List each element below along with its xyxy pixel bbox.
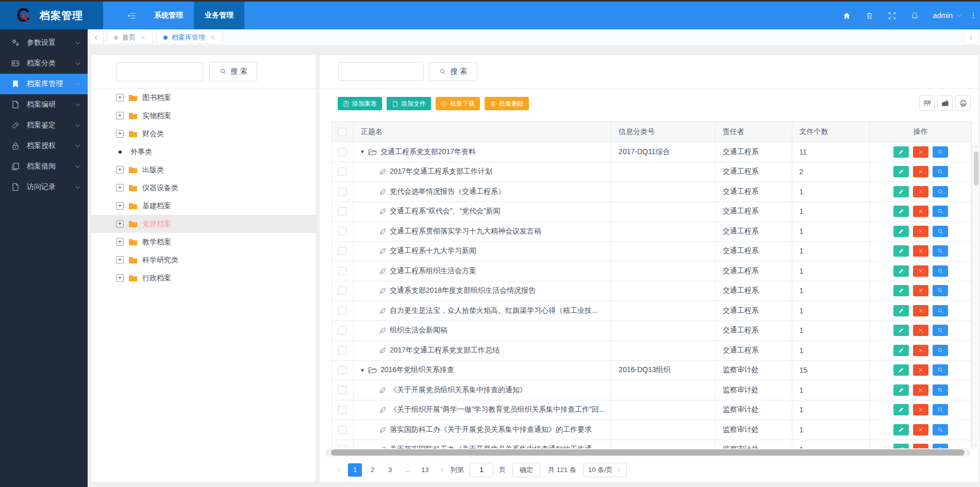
- view-button[interactable]: [933, 404, 948, 415]
- view-button[interactable]: [933, 206, 948, 217]
- expand-icon[interactable]: +: [116, 274, 124, 282]
- edit-button[interactable]: [893, 265, 909, 277]
- page-tab[interactable]: 档案库管理: [156, 31, 223, 44]
- expand-icon[interactable]: +: [116, 166, 124, 174]
- delete-button[interactable]: [913, 146, 928, 158]
- edit-button[interactable]: [893, 345, 909, 356]
- scroll-right-icon[interactable]: [966, 450, 970, 455]
- tree-node[interactable]: + 党群档案: [92, 215, 315, 233]
- tree-node[interactable]: + 外事类: [92, 143, 315, 161]
- view-button[interactable]: [933, 285, 948, 296]
- user-menu[interactable]: admin: [926, 11, 969, 20]
- view-button[interactable]: [933, 444, 948, 448]
- delete-button[interactable]: [913, 404, 928, 415]
- edit-button[interactable]: [893, 166, 909, 177]
- delete-button[interactable]: [913, 285, 928, 296]
- vertical-scrollbar[interactable]: [972, 142, 979, 448]
- view-button[interactable]: [933, 226, 948, 237]
- view-button[interactable]: [933, 424, 948, 435]
- page-number[interactable]: 2: [366, 463, 379, 477]
- expand-icon[interactable]: +: [116, 112, 124, 120]
- columns-setting-icon[interactable]: [919, 95, 935, 111]
- page-size-select[interactable]: 10 条/页: [583, 463, 627, 477]
- row-checkbox[interactable]: [338, 326, 346, 334]
- delete-button[interactable]: [913, 444, 928, 448]
- tab-scroll-left[interactable]: [89, 31, 104, 44]
- delete-button[interactable]: [913, 305, 928, 316]
- delete-button[interactable]: [913, 206, 928, 217]
- expand-icon[interactable]: +: [116, 184, 124, 192]
- row-checkbox[interactable]: [338, 386, 346, 394]
- toolbar-button[interactable]: 批量下载: [436, 97, 480, 110]
- expand-icon[interactable]: +: [116, 94, 124, 102]
- delete-button[interactable]: [913, 166, 928, 177]
- select-all-checkbox[interactable]: [338, 128, 346, 136]
- tree-node[interactable]: + 行政档案: [92, 269, 315, 287]
- page-number[interactable]: 1: [348, 463, 362, 477]
- edit-button[interactable]: [893, 245, 909, 257]
- list-search-button[interactable]: 搜 索: [429, 62, 477, 81]
- sidebar-item[interactable]: 档案库管理: [0, 74, 88, 94]
- edit-button[interactable]: [893, 305, 909, 316]
- edit-button[interactable]: [893, 146, 909, 158]
- row-checkbox[interactable]: [338, 366, 346, 374]
- print-icon[interactable]: [955, 95, 971, 111]
- top-nav-item[interactable]: 业务管理: [194, 2, 244, 29]
- scroll-up-icon[interactable]: [973, 142, 979, 149]
- tree-search-input[interactable]: [116, 62, 203, 81]
- prev-page-button[interactable]: [333, 463, 344, 477]
- view-button[interactable]: [933, 245, 948, 257]
- delete-button[interactable]: [913, 364, 928, 376]
- delete-button[interactable]: [913, 345, 928, 356]
- menu-fold-icon[interactable]: [120, 2, 143, 29]
- edit-button[interactable]: [893, 424, 909, 435]
- row-checkbox[interactable]: [338, 287, 346, 295]
- delete-button[interactable]: [913, 186, 928, 197]
- tab-scroll-right[interactable]: [964, 31, 978, 44]
- scroll-left-icon[interactable]: [325, 450, 330, 455]
- row-checkbox[interactable]: [338, 307, 346, 315]
- tree-node[interactable]: + 仪器设备类: [92, 179, 315, 197]
- row-checkbox[interactable]: [338, 247, 346, 255]
- home-icon[interactable]: [836, 2, 858, 29]
- sidebar-item[interactable]: 档案编研: [0, 94, 88, 115]
- close-icon[interactable]: [140, 35, 146, 41]
- trash-icon[interactable]: [858, 2, 881, 29]
- sidebar-item[interactable]: 参数设置: [0, 32, 88, 53]
- edit-button[interactable]: [893, 364, 909, 376]
- list-search-input[interactable]: [338, 62, 424, 81]
- sidebar-item[interactable]: 访问记录: [0, 177, 88, 197]
- scroll-down-icon[interactable]: [973, 441, 979, 448]
- page-number[interactable]: 3: [383, 463, 397, 477]
- tree-search-button[interactable]: 搜 索: [209, 62, 257, 81]
- sidebar-item[interactable]: 档案分类: [0, 53, 88, 74]
- row-checkbox[interactable]: [338, 426, 346, 434]
- expand-icon[interactable]: +: [116, 130, 124, 138]
- tree-node[interactable]: + 科学研究类: [92, 251, 315, 269]
- sidebar-item[interactable]: 档案鉴定: [0, 115, 88, 136]
- expand-icon[interactable]: +: [116, 202, 124, 210]
- view-button[interactable]: [933, 384, 948, 396]
- page-tab[interactable]: 首页: [107, 31, 153, 44]
- bell-icon[interactable]: [904, 2, 926, 29]
- sidebar-item[interactable]: 档案借阅: [0, 156, 88, 177]
- fullscreen-icon[interactable]: [881, 2, 904, 29]
- view-button[interactable]: [933, 166, 948, 177]
- view-button[interactable]: [933, 364, 948, 376]
- close-icon[interactable]: [209, 35, 215, 41]
- view-button[interactable]: [933, 186, 948, 197]
- caret-down-icon[interactable]: ▼: [360, 149, 365, 155]
- row-checkbox[interactable]: [338, 267, 346, 275]
- tree-node[interactable]: + 出版类: [92, 161, 315, 179]
- top-nav-item[interactable]: 系统管理: [143, 2, 194, 29]
- more-icon[interactable]: [969, 12, 978, 19]
- horizontal-scrollbar[interactable]: [325, 448, 970, 457]
- edit-button[interactable]: [893, 186, 909, 197]
- view-button[interactable]: [933, 305, 948, 316]
- delete-button[interactable]: [913, 265, 928, 277]
- tree-node[interactable]: + 基建档案: [92, 197, 315, 215]
- edit-button[interactable]: [893, 444, 909, 448]
- edit-button[interactable]: [893, 384, 909, 396]
- caret-down-icon[interactable]: ▼: [360, 367, 365, 373]
- row-checkbox[interactable]: [338, 207, 346, 215]
